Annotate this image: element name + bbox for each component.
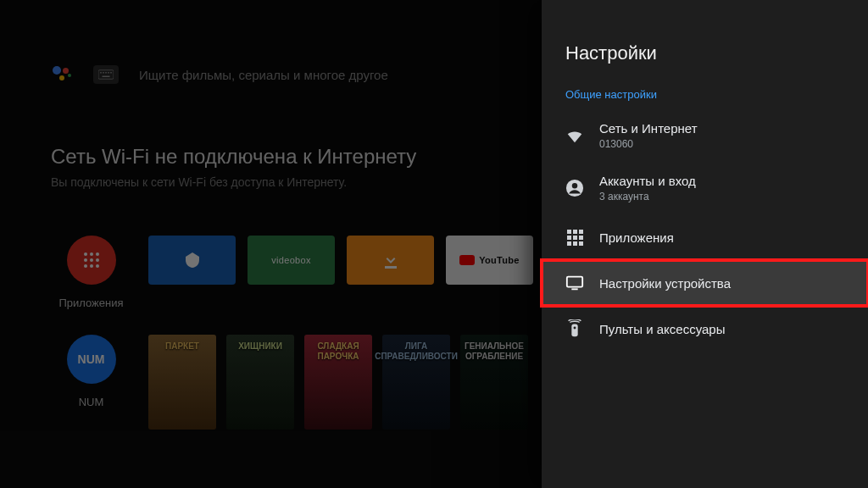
- setting-remotes[interactable]: Пульты и аксессуары: [542, 306, 868, 352]
- setting-sub: 3 аккаунта: [599, 191, 696, 202]
- keyboard-icon[interactable]: [93, 65, 119, 84]
- svg-point-15: [96, 264, 99, 268]
- panel-title: Настройки: [542, 42, 868, 85]
- apps-row-icon[interactable]: [67, 236, 116, 285]
- svg-rect-20: [571, 288, 577, 290]
- assistant-hint[interactable]: Ищите фильмы, сериалы и многое другое: [139, 68, 388, 82]
- settings-panel: Настройки Общие настройки Сеть и Интерне…: [542, 0, 868, 488]
- num-row-icon[interactable]: NUM: [67, 335, 116, 384]
- setting-sub: 013060: [599, 138, 698, 150]
- app-tile[interactable]: YouTube: [446, 236, 533, 285]
- setting-label: Настройки устройства: [599, 276, 731, 291]
- svg-rect-0: [98, 70, 114, 80]
- setting-label: Аккаунты и вход: [599, 174, 696, 188]
- assistant-logo-icon: [51, 64, 73, 86]
- setting-apps[interactable]: Приложения: [542, 214, 868, 260]
- svg-point-12: [96, 258, 99, 262]
- svg-rect-3: [105, 72, 107, 74]
- svg-point-18: [572, 183, 577, 188]
- tv-icon: [565, 274, 584, 292]
- app-tile[interactable]: [347, 236, 434, 285]
- svg-point-7: [84, 252, 87, 256]
- app-tile[interactable]: videobox: [248, 236, 335, 285]
- svg-rect-2: [103, 72, 104, 74]
- panel-section-label: Общие настройки: [542, 85, 868, 109]
- svg-point-11: [90, 258, 93, 262]
- svg-rect-19: [567, 277, 582, 287]
- account-icon: [565, 179, 584, 197]
- poster[interactable]: ЛИГА СПРАВЕДЛИВОСТИ: [382, 335, 450, 430]
- grid-icon: [565, 228, 584, 247]
- svg-rect-16: [385, 266, 397, 269]
- remote-icon: [565, 319, 584, 338]
- poster[interactable]: ГЕНИАЛЬНОЕ ОГРАБЛЕНИЕ: [460, 335, 528, 430]
- svg-point-14: [90, 264, 93, 268]
- svg-point-8: [90, 252, 93, 256]
- apps-row-label: Приложения: [58, 297, 123, 309]
- svg-rect-6: [103, 76, 110, 78]
- svg-rect-21: [571, 324, 577, 337]
- setting-accounts[interactable]: Аккаунты и вход 3 аккаунта: [542, 162, 868, 214]
- poster[interactable]: ПАРКЕТ: [148, 335, 216, 430]
- setting-label: Пульты и аксессуары: [599, 322, 725, 336]
- svg-point-13: [84, 264, 87, 268]
- setting-label: Сеть и Интернет: [599, 121, 698, 136]
- app-tile-label: videobox: [271, 255, 310, 265]
- svg-rect-5: [110, 72, 112, 74]
- setting-network[interactable]: Сеть и Интернет 013060: [542, 109, 868, 162]
- app-tile-label: YouTube: [459, 255, 520, 265]
- svg-point-10: [84, 258, 87, 262]
- svg-point-22: [574, 327, 576, 330]
- wifi-icon: [565, 126, 584, 145]
- app-tile[interactable]: [148, 236, 236, 285]
- svg-rect-1: [100, 72, 102, 74]
- poster[interactable]: ХИЩНИКИ: [226, 335, 294, 430]
- setting-label: Приложения: [599, 230, 674, 245]
- poster[interactable]: СЛАДКАЯ ПАРОЧКА: [304, 335, 372, 430]
- svg-point-9: [96, 252, 99, 256]
- num-row-label: NUM: [79, 396, 104, 408]
- setting-device[interactable]: Настройки устройства: [542, 260, 868, 306]
- svg-rect-4: [108, 72, 109, 74]
